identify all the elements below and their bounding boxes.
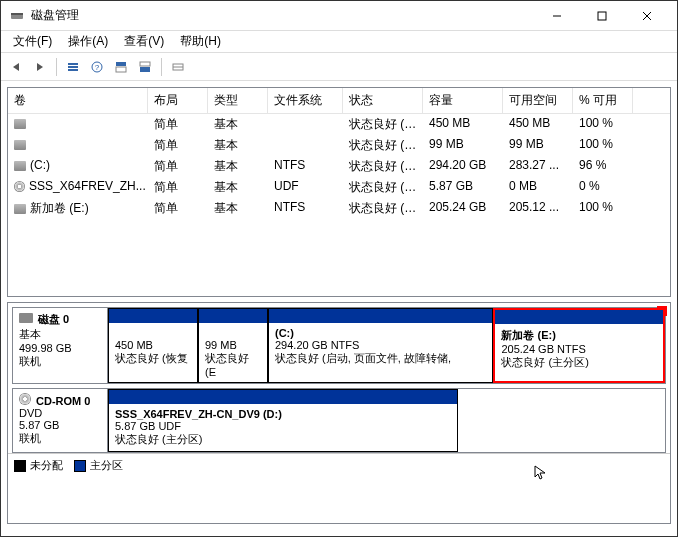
partition-status: 状态良好 (主分区) (115, 433, 202, 445)
volume-icon (14, 161, 26, 171)
partition-size: 99 MB (205, 339, 237, 351)
disk-partitions: 450 MB 状态良好 (恢复 99 MB 状态良好 (E (108, 308, 665, 383)
partition-header (109, 390, 457, 404)
column-free[interactable]: 可用空间 (503, 88, 573, 113)
partition-size: 294.20 GB NTFS (275, 339, 359, 351)
svg-rect-6 (68, 63, 78, 65)
menu-view[interactable]: 查看(V) (116, 31, 172, 52)
svg-rect-14 (140, 67, 150, 72)
volume-row[interactable]: SSS_X64FREV_ZH...简单基本UDF状态良好 (…5.87 GB0 … (8, 177, 670, 198)
partition-header (199, 309, 267, 323)
partition-body: 新加卷 (E:) 205.24 GB NTFS 状态良好 (主分区) (495, 324, 663, 381)
disk-icon (19, 313, 33, 323)
volume-list[interactable]: 卷 布局 类型 文件系统 状态 容量 可用空间 % 可用 简单基本状态良好 (…… (7, 87, 671, 297)
menu-action[interactable]: 操作(A) (60, 31, 116, 52)
highlight-corner-icon (657, 306, 667, 316)
disk-status: 联机 (19, 432, 41, 444)
volume-icon (14, 204, 26, 214)
disk-map-area: 磁盘 0 基本 499.98 GB 联机 450 MB 状态良好 (恢复 (7, 302, 671, 524)
window-controls (534, 2, 669, 30)
partition-header (269, 309, 492, 323)
maximize-button[interactable] (579, 2, 624, 30)
content-area: 卷 布局 类型 文件系统 状态 容量 可用空间 % 可用 简单基本状态良好 (…… (1, 81, 677, 530)
partition-body: 450 MB 状态良好 (恢复 (109, 323, 197, 382)
disk-title: 磁盘 0 (38, 313, 69, 325)
disk-row-cdrom[interactable]: CD-ROM 0 DVD 5.87 GB 联机 SSS_X64FREV_ZH-C… (12, 388, 666, 453)
view-top-button[interactable] (110, 56, 132, 78)
svg-rect-7 (68, 66, 78, 68)
partition-e-highlighted[interactable]: 新加卷 (E:) 205.24 GB NTFS 状态良好 (主分区) (493, 308, 665, 383)
partition-efi[interactable]: 99 MB 状态良好 (E (198, 308, 268, 383)
column-volume[interactable]: 卷 (8, 88, 148, 113)
volume-row[interactable]: 简单基本状态良好 (…99 MB99 MB100 % (8, 135, 670, 156)
volume-icon (14, 119, 26, 129)
disk-type: 基本 (19, 328, 41, 340)
disk-partitions: SSS_X64FREV_ZH-CN_DV9 (D:) 5.87 GB UDF 状… (108, 389, 665, 452)
column-layout[interactable]: 布局 (148, 88, 208, 113)
menu-file[interactable]: 文件(F) (5, 31, 60, 52)
disk-management-window: 磁盘管理 文件(F) 操作(A) 查看(V) 帮助(H) ? 卷 布局 类型 (0, 0, 678, 537)
volume-row[interactable]: 新加卷 (E:)简单基本NTFS状态良好 (…205.24 GB205.12 .… (8, 198, 670, 219)
svg-rect-11 (116, 62, 126, 66)
view-bottom-button[interactable] (134, 56, 156, 78)
partition-status: 状态良好 (主分区) (501, 356, 588, 368)
volume-row[interactable]: 简单基本状态良好 (…450 MB450 MB100 % (8, 114, 670, 135)
partition-recovery[interactable]: 450 MB 状态良好 (恢复 (108, 308, 198, 383)
volume-row[interactable]: (C:)简单基本NTFS状态良好 (…294.20 GB283.27 ...96… (8, 156, 670, 177)
partition-header (109, 309, 197, 323)
volume-icon (14, 181, 25, 192)
partition-title: (C:) (275, 327, 294, 339)
back-button[interactable] (5, 56, 27, 78)
forward-button[interactable] (29, 56, 51, 78)
volume-icon (14, 140, 26, 150)
toolbar-separator (161, 58, 162, 76)
partition-title: 新加卷 (E:) (501, 329, 555, 341)
help-button[interactable]: ? (86, 56, 108, 78)
legend-unallocated-label: 未分配 (30, 458, 63, 473)
disk-status: 联机 (19, 355, 41, 367)
toolbar-separator (56, 58, 57, 76)
column-type[interactable]: 类型 (208, 88, 268, 113)
partition-status: 状态良好 (启动, 页面文件, 故障转储, (275, 352, 451, 364)
column-status[interactable]: 状态 (343, 88, 423, 113)
titlebar: 磁盘管理 (1, 1, 677, 31)
menubar: 文件(F) 操作(A) 查看(V) 帮助(H) (1, 31, 677, 53)
partition-dvd[interactable]: SSS_X64FREV_ZH-CN_DV9 (D:) 5.87 GB UDF 状… (108, 389, 458, 452)
statusbar (1, 530, 677, 536)
partition-body: (C:) 294.20 GB NTFS 状态良好 (启动, 页面文件, 故障转储… (269, 323, 492, 382)
disk-type: DVD (19, 407, 42, 419)
partition-size: 205.24 GB NTFS (501, 343, 585, 355)
disk-label: CD-ROM 0 DVD 5.87 GB 联机 (13, 389, 108, 452)
column-capacity[interactable]: 容量 (423, 88, 503, 113)
svg-rect-1 (11, 13, 23, 15)
svg-rect-3 (598, 12, 606, 20)
properties-button[interactable] (167, 56, 189, 78)
svg-text:?: ? (95, 63, 100, 72)
disk-size: 5.87 GB (19, 419, 59, 431)
minimize-button[interactable] (534, 2, 579, 30)
partition-body: SSS_X64FREV_ZH-CN_DV9 (D:) 5.87 GB UDF 状… (109, 404, 457, 451)
partition-c[interactable]: (C:) 294.20 GB NTFS 状态良好 (启动, 页面文件, 故障转储… (268, 308, 493, 383)
disk-row-0[interactable]: 磁盘 0 基本 499.98 GB 联机 450 MB 状态良好 (恢复 (12, 307, 666, 384)
partition-size: 450 MB (115, 339, 153, 351)
app-icon (9, 8, 25, 24)
partition-size: 5.87 GB UDF (115, 420, 181, 432)
window-title: 磁盘管理 (31, 7, 534, 24)
legend: 未分配 主分区 (8, 453, 670, 477)
legend-primary-icon (74, 460, 86, 472)
menu-help[interactable]: 帮助(H) (172, 31, 229, 52)
svg-rect-13 (140, 62, 150, 66)
view-list-button[interactable] (62, 56, 84, 78)
svg-rect-8 (68, 69, 78, 71)
disk-title: CD-ROM 0 (36, 395, 90, 407)
close-button[interactable] (624, 2, 669, 30)
legend-primary-label: 主分区 (90, 458, 123, 473)
cdrom-icon (19, 393, 31, 405)
column-filesystem[interactable]: 文件系统 (268, 88, 343, 113)
volume-rows: 简单基本状态良好 (…450 MB450 MB100 %简单基本状态良好 (…9… (8, 114, 670, 219)
partition-status: 状态良好 (E (205, 352, 249, 378)
column-percent[interactable]: % 可用 (573, 88, 633, 113)
svg-rect-12 (116, 67, 126, 72)
disk-label: 磁盘 0 基本 499.98 GB 联机 (13, 308, 108, 383)
partition-status: 状态良好 (恢复 (115, 352, 188, 364)
